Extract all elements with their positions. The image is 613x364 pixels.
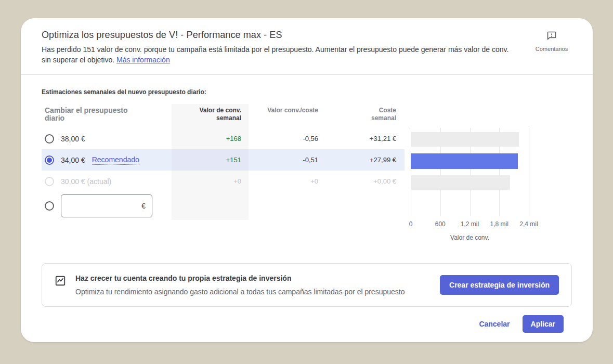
radio-budget-30[interactable] — [45, 177, 54, 186]
cost-cell-empty — [325, 192, 403, 220]
chart-plot — [411, 128, 529, 216]
estimates-content: Cambiar el presupuesto diario Valor de c… — [42, 104, 572, 241]
budget-option-34: 34,00 € Recomendado — [42, 149, 172, 171]
table-row-custom-budget[interactable]: € — [42, 192, 405, 220]
cancel-button[interactable]: Cancelar — [471, 316, 518, 332]
budget-option-30: 30,00 € (actual) — [42, 171, 172, 192]
chart-bar — [411, 153, 518, 169]
description-text: Has perdido 151 valor de conv. porque tu… — [42, 45, 508, 64]
conv-value-cell: +151 — [172, 149, 249, 171]
budget-optimization-dialog: Optimiza los presupuestos de V! - Perfor… — [21, 18, 593, 342]
chart-gridline — [529, 128, 529, 216]
conv-value-cell: +0 — [172, 171, 249, 192]
cost-cell: +31,21 € — [325, 128, 403, 149]
budget-label: 38,00 € — [61, 135, 85, 143]
value-cost-cell: +0 — [249, 171, 325, 192]
budget-label: 30,00 € (actual) — [61, 177, 111, 186]
feedback-icon — [546, 31, 557, 43]
section-label: Estimaciones semanales del nuevo presupu… — [42, 88, 572, 96]
column-header-value-cost: Valor conv./coste — [249, 104, 325, 128]
create-strategy-button[interactable]: Crear estrategia de inversión — [440, 275, 559, 295]
desktop-background: Optimiza los presupuestos de V! - Perfor… — [0, 0, 613, 364]
cost-cell: +27,99 € — [325, 149, 403, 171]
budget-table: Cambiar el presupuesto diario Valor de c… — [42, 104, 405, 241]
header-text: Optimiza los presupuestos de V! - Perfor… — [42, 30, 520, 65]
conv-value-cell: +168 — [172, 128, 249, 149]
banner-title: Haz crecer tu cuenta creando tu propia e… — [75, 274, 432, 282]
cost-cell: +0,00 € — [325, 171, 403, 192]
recommended-link[interactable]: Recomendado — [92, 155, 139, 165]
chart-tick-label: 1,2 mil — [461, 220, 479, 228]
custom-budget-field[interactable]: € — [61, 194, 152, 217]
currency-suffix: € — [141, 202, 146, 210]
radio-budget-34[interactable] — [45, 155, 54, 165]
custom-budget-option: € — [42, 192, 172, 220]
dialog-header: Optimiza los presupuestos de V! - Perfor… — [21, 18, 593, 74]
dialog-footer: Cancelar Aplicar — [42, 315, 572, 333]
chart-tick-label: 0 — [409, 220, 413, 228]
feedback-button[interactable]: Comentarios — [531, 30, 572, 65]
banner-text: Haz crecer tu cuenta creando tu propia e… — [75, 274, 432, 296]
chart-tick-label: 1,8 mil — [490, 220, 508, 228]
radio-custom-budget[interactable] — [45, 201, 54, 211]
header-divider — [21, 74, 593, 75]
chart-axis-ticks: 06001,2 mil1,8 mil2,4 mil — [411, 220, 529, 229]
value-cost-cell: -0,56 — [249, 128, 325, 149]
column-header-budget: Cambiar el presupuesto diario — [42, 104, 172, 128]
performance-chart-icon — [55, 275, 66, 289]
apply-button[interactable]: Aplicar — [523, 315, 564, 333]
table-header-row: Cambiar el presupuesto diario Valor de c… — [42, 104, 405, 128]
chart-axis-label: Valor de conv. — [411, 234, 529, 241]
conv-value-cell-empty — [172, 192, 249, 220]
chart-bar — [411, 132, 519, 147]
table-row-budget-34-recommended[interactable]: 34,00 € Recomendado +151 -0,51 +27,99 € — [42, 149, 405, 171]
value-cost-cell: -0,51 — [249, 149, 325, 171]
learn-more-link[interactable]: Más información — [116, 56, 170, 64]
chart-tick-label: 600 — [435, 220, 446, 228]
conversion-value-chart: 06001,2 mil1,8 mil2,4 mil Valor de conv. — [411, 128, 529, 241]
column-header-cost: Coste semanal — [325, 104, 403, 128]
radio-budget-38[interactable] — [45, 134, 54, 144]
page-title: Optimiza los presupuestos de V! - Perfor… — [42, 30, 520, 41]
banner-subtitle: Optimiza tu rendimiento asignando gasto … — [75, 288, 432, 296]
column-header-conv-value: Valor de conv. semanal — [172, 104, 249, 128]
budget-label: 34,00 € — [61, 156, 85, 164]
custom-budget-input[interactable] — [68, 202, 141, 210]
table-row-budget-30-current[interactable]: 30,00 € (actual) +0 +0 +0,00 € — [42, 171, 405, 192]
value-cost-cell-empty — [249, 192, 325, 220]
chart-bar — [411, 175, 510, 190]
chart-tick-label: 2,4 mil — [519, 220, 538, 228]
feedback-label: Comentarios — [536, 46, 568, 52]
table-row-budget-38[interactable]: 38,00 € +168 -0,56 +31,21 € — [42, 128, 405, 149]
dialog-body: Estimaciones semanales del nuevo presupu… — [21, 88, 593, 333]
dialog-description: Has perdido 151 valor de conv. porque tu… — [42, 44, 520, 65]
budget-option-38: 38,00 € — [42, 128, 172, 149]
growth-strategy-banner: Haz crecer tu cuenta creando tu propia e… — [42, 263, 572, 307]
